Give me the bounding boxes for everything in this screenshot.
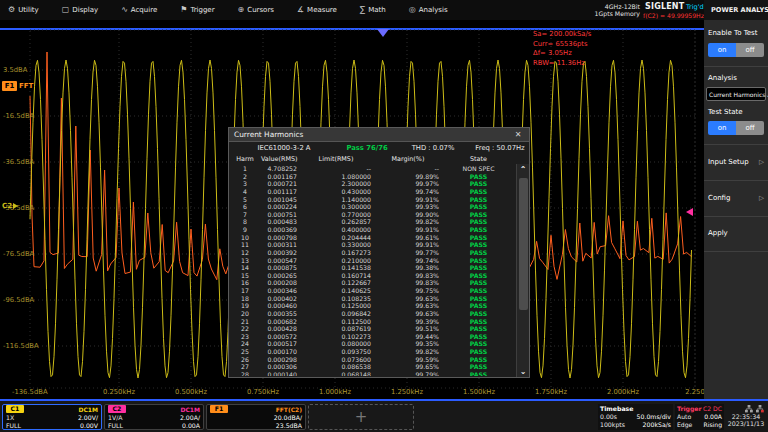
touch-lock-icon — [756, 405, 764, 413]
trigger-box[interactable]: TriggerC2 DC Auto0.00A EdgeRising — [675, 404, 724, 430]
analysis-dropdown[interactable]: Current Harmonics ⌄ — [706, 87, 766, 101]
close-icon[interactable]: ✕ — [512, 129, 524, 140]
table-row: 120.0003920.16727399.77%PASS — [229, 249, 516, 257]
clock-date: 2023/11/13 — [726, 420, 766, 427]
test-on-button[interactable]: on — [708, 121, 736, 135]
current-harmonics-dialog: Current Harmonics ✕ IEC61000-3-2 A Pass … — [228, 127, 530, 378]
c1-badge: C1 — [6, 405, 24, 413]
menu-item-display[interactable]: ▢Display — [62, 6, 98, 14]
table-row: 140.0008750.14153899.38%PASS — [229, 264, 516, 272]
f1-fft-label: FFT — [19, 82, 33, 90]
scroll-up-icon[interactable]: ⌃ — [517, 164, 529, 175]
trigger-level-icon[interactable] — [686, 208, 693, 216]
c2-arrow-icon — [13, 203, 18, 209]
table-row: 50.0010451.14000099.91%PASS — [229, 196, 516, 204]
menu-item-math[interactable]: ∑Math — [360, 6, 386, 14]
clock-box: 22:35:34 2023/11/13 — [726, 404, 766, 430]
spec-line2: 1Gpts Memory — [592, 10, 640, 17]
harmonics-table: 14.708252----NON SPEC20.0011671.08000099… — [229, 165, 516, 376]
table-row: 170.0003460.14062599.75%PASS — [229, 287, 516, 295]
menu-item-utility[interactable]: ⚙Utility — [8, 6, 39, 14]
enable-toggle: on off — [708, 43, 764, 57]
input-setup-item[interactable]: Input Setup▷ — [708, 158, 764, 166]
x-axis-label: 0.250kHz — [103, 388, 135, 396]
config-item[interactable]: Config▷ — [708, 194, 764, 202]
table-row: 70.0007510.77000099.90%PASS — [229, 211, 516, 219]
f1-trace-marker[interactable]: F1 FFT — [2, 81, 33, 91]
x-axis-label: 1.500kHz — [463, 388, 495, 396]
column-header: Limit(RMS) — [297, 155, 375, 163]
menu-item-acquire[interactable]: ∿Acquire — [121, 6, 157, 14]
column-header: Margin(%) — [375, 155, 441, 163]
column-header: Harm — [229, 155, 261, 163]
y-axis-label: 3.5dBA — [3, 66, 27, 74]
menu-bar: ⚙Utility▢Display∿Acquire⚑Trigger⊕Cursors… — [0, 0, 704, 20]
analysis-icon: ◎ — [409, 6, 416, 14]
table-row: 190.0004600.12500099.63%PASS — [229, 302, 516, 310]
table-header-row: HarmValue(RMS)Limit(RMS)Margin(%)State — [229, 154, 529, 164]
table-row: 20.0011671.08000099.89%PASS — [229, 173, 516, 181]
y-axis-label: -136.5dBA — [12, 388, 48, 396]
x-axis-label: 2.000kHz — [607, 388, 639, 396]
frequency-counter-readout: f(C2) = 49.99959Hz — [643, 12, 704, 19]
y-axis-label: -116.5dBA — [3, 342, 39, 350]
test-off-button[interactable]: off — [736, 121, 764, 135]
channel-c2-box[interactable]: C2 DC1M 1V/A2.00A/ FULL0.00A — [104, 404, 204, 430]
menu-items: ⚙Utility▢Display∿Acquire⚑Trigger⊕Cursors… — [8, 0, 448, 20]
table-row: 160.0002080.12266799.83%PASS — [229, 279, 516, 287]
fft-info-line: Δf= 3.05Hz — [533, 49, 591, 59]
f1-badge: F1 — [2, 81, 17, 91]
menu-item-analysis[interactable]: ◎Analysis — [409, 6, 448, 14]
column-header: State — [441, 155, 516, 163]
power-analysis-panel: POWER ANALYSIS Enable To Test on off Ana… — [704, 0, 768, 400]
c2-badge: C2 — [108, 405, 126, 413]
dialog-summary-row: IEC61000-3-2 A Pass 76/76 THD : 0.07% Fr… — [229, 142, 529, 154]
menu-item-cursors[interactable]: ⊕Cursors — [238, 6, 274, 14]
scroll-thumb[interactable] — [519, 178, 528, 310]
math-icon: ∑ — [360, 6, 365, 14]
divider — [704, 180, 768, 181]
utility-icon: ⚙ — [8, 6, 15, 14]
y-axis-label: -76.5dBA — [3, 250, 34, 258]
x-axis-label: 0.750kHz — [247, 388, 279, 396]
display-bottom-divider — [0, 399, 768, 401]
panel-header[interactable]: POWER ANALYSIS — [704, 0, 768, 20]
trigger-status-badge: Trig'd — [686, 3, 704, 11]
enable-on-button[interactable]: on — [708, 43, 736, 57]
trigger-position-icon[interactable] — [377, 29, 389, 37]
menu-item-measure[interactable]: ∡Measure — [297, 6, 337, 14]
apply-item[interactable]: Apply — [708, 229, 764, 237]
table-row: 60.0002240.30000099.93%PASS — [229, 203, 516, 211]
scroll-down-icon[interactable]: ⌄ — [517, 366, 529, 377]
timebase-box[interactable]: Timebase 0.00s50.0ms/div 100kpts200kSa/s — [598, 404, 673, 430]
analysis-label: Analysis — [708, 74, 737, 82]
dialog-title-bar[interactable]: Current Harmonics ✕ — [229, 128, 529, 142]
trigger-icon: ⚑ — [180, 6, 187, 14]
freq-value: Freq : 50.07Hz — [471, 144, 529, 152]
y-axis-label: -96.5dBA — [3, 296, 34, 304]
c2-offset-marker[interactable]: C2 — [2, 202, 18, 210]
column-header: Value(RMS) — [261, 155, 297, 163]
divider — [704, 216, 768, 217]
divider — [704, 251, 768, 252]
math-f1-box[interactable]: F1 FFT(C2) 20.0dBA/ 23.5dBA — [206, 404, 306, 430]
channel-c1-box[interactable]: C1 DC1M 1X2.00V/ FULL0.00V — [2, 404, 102, 430]
menu-item-trigger[interactable]: ⚑Trigger — [180, 6, 214, 14]
enable-off-button[interactable]: off — [736, 43, 764, 57]
table-row: 90.0003690.40000099.91%PASS — [229, 226, 516, 234]
table-row: 280.0001400.06814899.79%PASS — [229, 371, 516, 376]
table-scrollbar[interactable]: ⌃ ⌄ — [516, 164, 529, 377]
y-axis-label: -36.5dBA — [3, 158, 34, 166]
x-axis-label: 2.250 — [685, 388, 704, 396]
f1-function: FFT(C2) — [276, 406, 302, 413]
fft-info-line: Sa= 200.00kSa/s — [533, 30, 591, 40]
c1-coupling: DC1M — [78, 406, 98, 413]
table-row: 180.0004020.10823599.63%PASS — [229, 295, 516, 303]
table-row: 210.0006820.11250099.39%PASS — [229, 318, 516, 326]
spec-line1: 4GHz-12Bit — [592, 3, 640, 10]
table-row: 130.0005470.21000099.74%PASS — [229, 257, 516, 265]
y-axis-label: -16.5dBA — [3, 112, 34, 120]
divider — [704, 144, 768, 145]
panel-title: POWER ANALYSIS — [711, 6, 768, 14]
add-channel-button[interactable]: + — [308, 404, 414, 430]
